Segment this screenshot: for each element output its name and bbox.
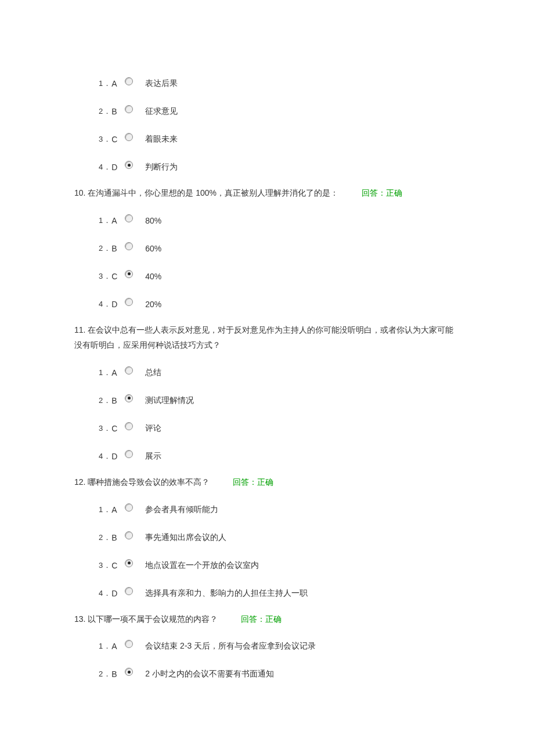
- radio-button[interactable]: [124, 269, 134, 279]
- question-prompt: 10. 在沟通漏斗中，你心里想的是 100%，真正被别人理解并消化了的是：回答：…: [74, 186, 460, 201]
- radio-button[interactable]: [124, 105, 134, 114]
- option-letter: A: [111, 216, 122, 225]
- radio-unselected-icon: [125, 503, 133, 512]
- option-index: 4．: [99, 588, 111, 599]
- option-text: 40%: [145, 272, 161, 281]
- radio-unselected-icon: [125, 587, 133, 595]
- option-index: 3．: [99, 560, 111, 571]
- option-row: 3．C评论: [99, 423, 460, 434]
- question-text: 12. 哪种措施会导致会议的效率不高？: [74, 477, 210, 487]
- options-block: 1．A会议结束 2-3 天后，所有与会者应拿到会议记录2．B2 小时之内的会议不…: [74, 640, 460, 680]
- option-letter: C: [111, 272, 122, 281]
- option-text: 会议结束 2-3 天后，所有与会者应拿到会议记录: [145, 641, 316, 651]
- radio-unselected-icon: [125, 450, 133, 458]
- radio-button[interactable]: [124, 77, 134, 86]
- option-text: 着眼未来: [145, 134, 178, 145]
- radio-button[interactable]: [124, 132, 134, 142]
- radio-button[interactable]: [124, 297, 134, 307]
- quiz-page: 1．A表达后果2．B征求意见3．C着眼未来4．D判断行为10. 在沟通漏斗中，你…: [0, 0, 534, 719]
- option-row: 3．C着眼未来: [99, 134, 460, 145]
- option-text: 判断行为: [145, 162, 178, 172]
- option-index: 3．: [99, 134, 111, 145]
- option-text: 测试理解情况: [145, 395, 194, 406]
- option-letter: D: [111, 452, 122, 461]
- radio-selected-icon: [125, 559, 133, 567]
- option-letter: D: [111, 300, 122, 309]
- option-text: 表达后果: [145, 78, 178, 89]
- question-text: 13. 以下哪一项不属于会议规范的内容？: [74, 614, 218, 624]
- radio-button[interactable]: [124, 242, 134, 251]
- option-row: 2．B测试理解情况: [99, 395, 460, 406]
- radio-button[interactable]: [124, 559, 134, 568]
- radio-unselected-icon: [125, 366, 133, 375]
- radio-button[interactable]: [124, 503, 134, 512]
- option-index: 1．: [99, 505, 111, 515]
- option-letter: D: [111, 589, 122, 598]
- option-index: 2．: [99, 106, 111, 117]
- question-prompt: 11. 在会议中总有一些人表示反对意见，对于反对意见作为主持人的你可能没听明白，…: [74, 323, 460, 353]
- option-row: 2．B60%: [99, 243, 460, 254]
- option-letter: A: [111, 642, 122, 651]
- radio-unselected-icon: [125, 298, 133, 306]
- radio-button[interactable]: [124, 531, 134, 540]
- option-text: 征求意见: [145, 106, 178, 117]
- question-prompt: 12. 哪种措施会导致会议的效率不高？回答：正确: [74, 475, 460, 490]
- option-row: 1．A总结: [99, 367, 460, 379]
- option-index: 1．: [99, 641, 111, 651]
- option-text: 地点设置在一个开放的会议室内: [145, 560, 259, 571]
- radio-dot-icon: [128, 164, 131, 167]
- option-row: 1．A会议结束 2-3 天后，所有与会者应拿到会议记录: [99, 640, 460, 652]
- question-prompt: 13. 以下哪一项不属于会议规范的内容？回答：正确: [74, 612, 460, 627]
- option-text: 事先通知出席会议的人: [145, 532, 226, 543]
- option-index: 4．: [99, 299, 111, 309]
- radio-dot-icon: [128, 272, 131, 275]
- option-row: 1．A表达后果: [99, 78, 460, 89]
- radio-button[interactable]: [124, 422, 134, 431]
- option-index: 2．: [99, 669, 111, 679]
- option-index: 4．: [99, 162, 111, 172]
- option-letter: D: [111, 163, 122, 172]
- radio-button[interactable]: [124, 366, 134, 375]
- option-index: 2．: [99, 532, 111, 543]
- option-index: 2．: [99, 395, 111, 406]
- option-index: 1．: [99, 78, 111, 89]
- option-index: 3．: [99, 271, 111, 282]
- option-index: 2．: [99, 243, 111, 254]
- radio-unselected-icon: [125, 77, 133, 85]
- options-block: 1．A表达后果2．B征求意见3．C着眼未来4．D判断行为: [74, 78, 460, 173]
- option-text: 20%: [145, 300, 161, 309]
- option-letter: C: [111, 561, 122, 570]
- option-letter: B: [111, 669, 122, 679]
- option-text: 2 小时之内的会议不需要有书面通知: [145, 669, 274, 679]
- option-index: 1．: [99, 215, 111, 226]
- answer-feedback: 回答：正确: [241, 614, 282, 624]
- option-row: 2．B事先通知出席会议的人: [99, 532, 460, 543]
- radio-button[interactable]: [124, 639, 134, 649]
- options-block: 1．A参会者具有倾听能力2．B事先通知出席会议的人3．C地点设置在一个开放的会议…: [74, 504, 460, 599]
- radio-button[interactable]: [124, 586, 134, 596]
- radio-unselected-icon: [125, 105, 133, 113]
- radio-button[interactable]: [124, 394, 134, 403]
- option-letter: B: [111, 533, 122, 542]
- option-row: 1．A80%: [99, 215, 460, 226]
- option-index: 3．: [99, 423, 111, 434]
- radio-button[interactable]: [124, 214, 134, 223]
- options-block: 1．A80%2．B60%3．C40%4．D20%: [74, 215, 460, 310]
- radio-button[interactable]: [124, 667, 134, 676]
- radio-button[interactable]: [124, 449, 134, 459]
- answer-feedback: 回答：正确: [233, 477, 273, 487]
- radio-button[interactable]: [124, 160, 134, 170]
- option-index: 4．: [99, 451, 111, 462]
- radio-selected-icon: [125, 270, 133, 278]
- radio-dot-icon: [128, 561, 131, 564]
- question-text: 10. 在沟通漏斗中，你心里想的是 100%，真正被别人理解并消化了的是：: [74, 188, 338, 197]
- option-letter: B: [111, 107, 122, 116]
- option-row: 3．C地点设置在一个开放的会议室内: [99, 560, 460, 571]
- radio-selected-icon: [125, 668, 133, 676]
- option-letter: A: [111, 79, 122, 88]
- options-block: 1．A总结2．B测试理解情况3．C评论4．D展示: [74, 367, 460, 462]
- option-row: 2．B征求意见: [99, 106, 460, 117]
- radio-selected-icon: [125, 394, 133, 402]
- option-text: 参会者具有倾听能力: [145, 505, 218, 515]
- option-letter: B: [111, 396, 122, 405]
